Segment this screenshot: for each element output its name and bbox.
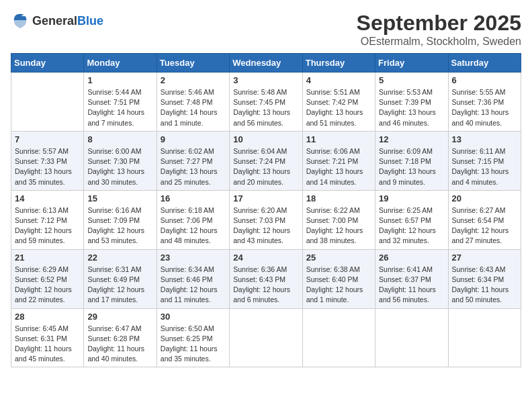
calendar-cell: 19 Sunrise: 6:25 AMSunset: 6:57 PMDaylig… xyxy=(375,190,448,249)
logo-text-general: General xyxy=(32,15,77,28)
day-number: 11 xyxy=(306,134,371,144)
day-info: Sunrise: 6:36 AMSunset: 6:43 PMDaylight:… xyxy=(233,265,298,306)
day-info: Sunrise: 6:00 AMSunset: 7:30 PMDaylight:… xyxy=(87,146,152,187)
calendar-cell: 27 Sunrise: 6:43 AMSunset: 6:34 PMDaylig… xyxy=(448,249,521,308)
day-number: 25 xyxy=(306,253,371,263)
calendar-week-row: 1 Sunrise: 5:44 AMSunset: 7:51 PMDayligh… xyxy=(11,73,521,132)
day-info: Sunrise: 6:13 AMSunset: 7:12 PMDaylight:… xyxy=(15,205,80,246)
day-number: 8 xyxy=(87,134,152,144)
day-number: 26 xyxy=(379,253,444,263)
calendar-cell: 25 Sunrise: 6:38 AMSunset: 6:40 PMDaylig… xyxy=(302,249,375,308)
day-number: 9 xyxy=(161,134,226,144)
day-info: Sunrise: 6:31 AMSunset: 6:49 PMDaylight:… xyxy=(87,265,152,306)
calendar-cell: 18 Sunrise: 6:22 AMSunset: 7:00 PMDaylig… xyxy=(302,190,375,249)
calendar-cell: 13 Sunrise: 6:11 AMSunset: 7:15 PMDaylig… xyxy=(448,131,521,190)
day-info: Sunrise: 6:41 AMSunset: 6:37 PMDaylight:… xyxy=(379,265,444,306)
day-info: Sunrise: 6:09 AMSunset: 7:18 PMDaylight:… xyxy=(379,146,444,187)
day-info: Sunrise: 5:57 AMSunset: 7:33 PMDaylight:… xyxy=(15,146,80,187)
calendar-cell xyxy=(302,308,375,367)
day-info: Sunrise: 6:27 AMSunset: 6:54 PMDaylight:… xyxy=(452,205,517,246)
day-number: 20 xyxy=(452,193,517,203)
day-number: 17 xyxy=(233,193,298,203)
calendar-week-row: 28 Sunrise: 6:45 AMSunset: 6:31 PMDaylig… xyxy=(11,308,521,367)
day-number: 2 xyxy=(161,75,226,85)
day-info: Sunrise: 6:50 AMSunset: 6:25 PMDaylight:… xyxy=(161,324,226,365)
day-number: 13 xyxy=(452,134,517,144)
col-header-monday: Monday xyxy=(84,54,157,73)
day-info: Sunrise: 6:29 AMSunset: 6:52 PMDaylight:… xyxy=(15,265,80,306)
calendar-week-row: 14 Sunrise: 6:13 AMSunset: 7:12 PMDaylig… xyxy=(11,190,521,249)
calendar-cell: 15 Sunrise: 6:16 AMSunset: 7:09 PMDaylig… xyxy=(84,190,157,249)
calendar-cell: 5 Sunrise: 5:53 AMSunset: 7:39 PMDayligh… xyxy=(375,73,448,132)
calendar-cell: 26 Sunrise: 6:41 AMSunset: 6:37 PMDaylig… xyxy=(375,249,448,308)
day-info: Sunrise: 5:46 AMSunset: 7:48 PMDaylight:… xyxy=(161,87,226,128)
calendar-cell: 1 Sunrise: 5:44 AMSunset: 7:51 PMDayligh… xyxy=(84,73,157,132)
day-number: 10 xyxy=(233,134,298,144)
calendar-cell: 9 Sunrise: 6:02 AMSunset: 7:27 PMDayligh… xyxy=(157,131,229,190)
col-header-sunday: Sunday xyxy=(11,54,84,73)
calendar-cell: 8 Sunrise: 6:00 AMSunset: 7:30 PMDayligh… xyxy=(84,131,157,190)
day-info: Sunrise: 6:16 AMSunset: 7:09 PMDaylight:… xyxy=(87,205,152,246)
day-number: 3 xyxy=(233,75,298,85)
day-number: 14 xyxy=(15,193,80,203)
day-number: 23 xyxy=(161,253,226,263)
logo: General Blue xyxy=(11,11,103,32)
calendar-cell: 6 Sunrise: 5:55 AMSunset: 7:36 PMDayligh… xyxy=(448,73,521,132)
calendar-cell: 23 Sunrise: 6:34 AMSunset: 6:46 PMDaylig… xyxy=(157,249,229,308)
col-header-saturday: Saturday xyxy=(448,54,521,73)
calendar-cell: 30 Sunrise: 6:50 AMSunset: 6:25 PMDaylig… xyxy=(157,308,229,367)
day-info: Sunrise: 6:06 AMSunset: 7:21 PMDaylight:… xyxy=(306,146,371,187)
day-info: Sunrise: 6:47 AMSunset: 6:28 PMDaylight:… xyxy=(87,324,152,365)
day-info: Sunrise: 6:18 AMSunset: 7:06 PMDaylight:… xyxy=(161,205,226,246)
day-number: 15 xyxy=(87,193,152,203)
col-header-friday: Friday xyxy=(375,54,448,73)
day-number: 18 xyxy=(306,193,371,203)
calendar-cell: 12 Sunrise: 6:09 AMSunset: 7:18 PMDaylig… xyxy=(375,131,448,190)
day-info: Sunrise: 6:45 AMSunset: 6:31 PMDaylight:… xyxy=(15,324,80,365)
calendar-cell: 3 Sunrise: 5:48 AMSunset: 7:45 PMDayligh… xyxy=(230,73,302,132)
calendar-cell: 28 Sunrise: 6:45 AMSunset: 6:31 PMDaylig… xyxy=(11,308,84,367)
calendar-cell xyxy=(11,73,84,132)
day-number: 19 xyxy=(379,193,444,203)
day-number: 29 xyxy=(87,312,152,322)
calendar-cell: 16 Sunrise: 6:18 AMSunset: 7:06 PMDaylig… xyxy=(157,190,229,249)
day-info: Sunrise: 5:53 AMSunset: 7:39 PMDaylight:… xyxy=(379,87,444,128)
day-info: Sunrise: 6:34 AMSunset: 6:46 PMDaylight:… xyxy=(161,265,226,306)
day-info: Sunrise: 6:43 AMSunset: 6:34 PMDaylight:… xyxy=(452,265,517,306)
calendar-cell: 7 Sunrise: 5:57 AMSunset: 7:33 PMDayligh… xyxy=(11,131,84,190)
calendar-cell: 14 Sunrise: 6:13 AMSunset: 7:12 PMDaylig… xyxy=(11,190,84,249)
day-info: Sunrise: 6:11 AMSunset: 7:15 PMDaylight:… xyxy=(452,146,517,187)
calendar-cell: 10 Sunrise: 6:04 AMSunset: 7:24 PMDaylig… xyxy=(230,131,302,190)
day-number: 4 xyxy=(306,75,371,85)
day-info: Sunrise: 5:44 AMSunset: 7:51 PMDaylight:… xyxy=(87,87,152,128)
calendar-week-row: 7 Sunrise: 5:57 AMSunset: 7:33 PMDayligh… xyxy=(11,131,521,190)
calendar-cell xyxy=(230,308,302,367)
calendar-header-row: SundayMondayTuesdayWednesdayThursdayFrid… xyxy=(11,54,521,73)
day-number: 6 xyxy=(452,75,517,85)
day-info: Sunrise: 6:20 AMSunset: 7:03 PMDaylight:… xyxy=(233,205,298,246)
calendar: SundayMondayTuesdayWednesdayThursdayFrid… xyxy=(11,53,521,367)
day-number: 16 xyxy=(161,193,226,203)
day-number: 24 xyxy=(233,253,298,263)
calendar-cell: 29 Sunrise: 6:47 AMSunset: 6:28 PMDaylig… xyxy=(84,308,157,367)
col-header-wednesday: Wednesday xyxy=(230,54,302,73)
day-number: 27 xyxy=(452,253,517,263)
day-number: 1 xyxy=(87,75,152,85)
calendar-cell: 2 Sunrise: 5:46 AMSunset: 7:48 PMDayligh… xyxy=(157,73,229,132)
header: General Blue September 2025 OEstermalm, … xyxy=(11,11,521,48)
calendar-cell: 21 Sunrise: 6:29 AMSunset: 6:52 PMDaylig… xyxy=(11,249,84,308)
day-info: Sunrise: 6:22 AMSunset: 7:00 PMDaylight:… xyxy=(306,205,371,246)
day-info: Sunrise: 6:25 AMSunset: 6:57 PMDaylight:… xyxy=(379,205,444,246)
month-title: September 2025 xyxy=(357,11,521,36)
day-number: 22 xyxy=(87,253,152,263)
day-info: Sunrise: 6:02 AMSunset: 7:27 PMDaylight:… xyxy=(161,146,226,187)
day-info: Sunrise: 6:04 AMSunset: 7:24 PMDaylight:… xyxy=(233,146,298,187)
day-number: 30 xyxy=(161,312,226,322)
calendar-cell: 17 Sunrise: 6:20 AMSunset: 7:03 PMDaylig… xyxy=(230,190,302,249)
day-number: 5 xyxy=(379,75,444,85)
calendar-cell: 4 Sunrise: 5:51 AMSunset: 7:42 PMDayligh… xyxy=(302,73,375,132)
title-area: September 2025 OEstermalm, Stockholm, Sw… xyxy=(357,11,521,48)
col-header-thursday: Thursday xyxy=(302,54,375,73)
day-info: Sunrise: 5:55 AMSunset: 7:36 PMDaylight:… xyxy=(452,87,517,128)
calendar-cell xyxy=(448,308,521,367)
